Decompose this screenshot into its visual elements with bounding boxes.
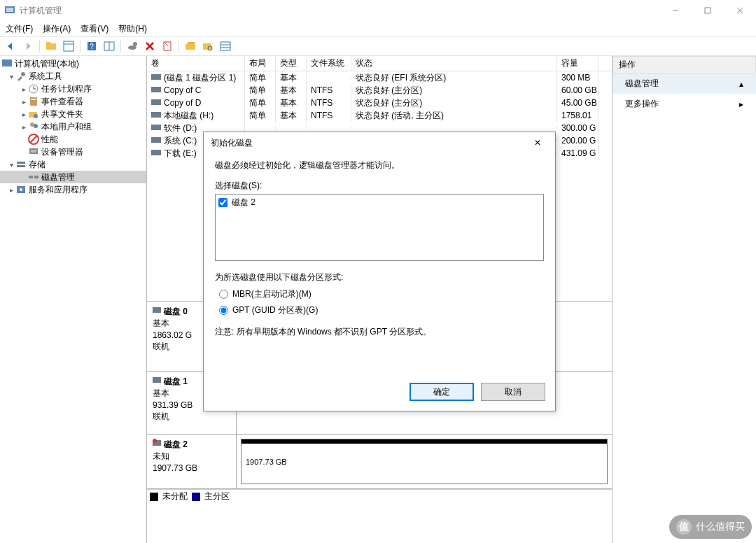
col-status[interactable]: 状态 (351, 56, 557, 71)
computer-icon (1, 58, 13, 69)
event-icon (28, 96, 39, 107)
mbr-radio-row[interactable]: MBR(主启动记录)(M) (219, 288, 544, 301)
initialize-disk-dialog: 初始化磁盘 ✕ 磁盘必须经过初始化，逻辑磁盘管理器才能访问。 选择磁盘(S): … (203, 132, 556, 411)
svg-point-15 (133, 42, 137, 46)
svg-point-45 (20, 188, 22, 191)
tree-devmgr[interactable]: 设备管理器 (41, 146, 83, 158)
actions-more[interactable]: 更多操作 ▸ (612, 94, 756, 114)
services-icon (15, 184, 27, 195)
col-fs[interactable]: 文件系统 (307, 56, 351, 71)
mbr-radio[interactable] (219, 290, 228, 299)
svg-rect-47 (151, 87, 161, 92)
svg-rect-3 (705, 8, 710, 13)
svg-rect-54 (153, 377, 161, 383)
partition-unallocated[interactable]: 1907.73 GB (241, 439, 608, 484)
watermark-badge-icon: 值 (676, 519, 692, 535)
svg-rect-42 (29, 176, 33, 178)
actions-diskmgmt[interactable]: 磁盘管理 ▴ (612, 73, 756, 94)
disk-checkbox[interactable] (218, 198, 227, 207)
tree-storage[interactable]: 存储 (29, 159, 46, 171)
menu-bar: 文件(F) 操作(A) 查看(V) 帮助(H) (0, 21, 756, 36)
perf-icon (28, 134, 39, 145)
svg-rect-30 (30, 97, 37, 106)
dialog-close-button[interactable]: ✕ (527, 138, 548, 148)
dialog-disk-item[interactable]: 磁盘 2 (216, 195, 543, 211)
maximize-button[interactable] (692, 0, 724, 21)
volume-row[interactable]: (磁盘 1 磁盘分区 1)简单基本状态良好 (EFI 系统分区)300 MB (147, 71, 612, 84)
menu-file[interactable]: 文件(F) (6, 23, 33, 35)
title-bar: 计算机管理 (0, 0, 756, 21)
window-title: 计算机管理 (20, 5, 659, 17)
svg-rect-7 (46, 42, 50, 44)
disk-icon (153, 306, 161, 314)
minimize-button[interactable] (659, 0, 692, 21)
svg-point-33 (34, 114, 38, 118)
device-icon (28, 146, 39, 157)
delete-x-icon[interactable] (142, 38, 158, 54)
disk-settings-icon[interactable] (125, 38, 140, 54)
clock-icon (28, 83, 39, 94)
tree-systools[interactable]: 系统工具 (29, 71, 62, 83)
tree-eventvwr[interactable]: 事件查看器 (41, 96, 83, 108)
tools-icon (15, 71, 27, 82)
disk-row[interactable]: 磁盘 2 未知 1907.73 GB 1907.73 GB (147, 435, 612, 489)
disk-header: 磁盘 2 未知 1907.73 GB (147, 435, 237, 488)
svg-rect-50 (151, 125, 161, 130)
shared-folder-icon (28, 108, 39, 120)
col-capacity[interactable]: 容量 (557, 56, 599, 71)
tree-services[interactable]: 服务和应用程序 (29, 184, 88, 196)
svg-rect-48 (151, 99, 161, 105)
close-button[interactable] (724, 0, 756, 21)
svg-rect-39 (31, 150, 36, 153)
svg-rect-6 (46, 43, 56, 50)
tree-perf[interactable]: 性能 (41, 134, 58, 146)
watermark: 值 什么值得买 (669, 515, 752, 539)
col-volume[interactable]: 卷 (147, 56, 245, 71)
volume-row[interactable]: Copy of D简单基本NTFS状态良好 (主分区)45.00 GB (147, 97, 612, 109)
collapse-arrow-icon: ▴ (739, 79, 743, 89)
find-folder-icon[interactable] (200, 38, 216, 54)
volume-row[interactable]: 本地磁盘 (H:)简单基本NTFS状态良好 (活动, 主分区)1758.01 (147, 109, 612, 122)
details-button[interactable] (218, 38, 233, 54)
svg-text:?: ? (90, 43, 94, 50)
diskmgmt-icon (28, 171, 39, 183)
tree-localusers[interactable]: 本地用户和组 (41, 121, 92, 133)
menu-help[interactable]: 帮助(H) (118, 23, 147, 35)
tree-diskmgmt[interactable]: 磁盘管理 (41, 171, 75, 183)
col-layout[interactable]: 布局 (245, 56, 276, 71)
svg-rect-49 (151, 112, 161, 118)
help-button[interactable]: ? (84, 38, 99, 54)
users-icon (28, 121, 39, 132)
tree-tasksched[interactable]: 任务计划程序 (41, 83, 92, 95)
view-button[interactable] (61, 38, 76, 54)
svg-point-56 (153, 439, 157, 443)
back-button[interactable] (3, 38, 18, 54)
gpt-radio[interactable] (219, 306, 228, 315)
dialog-style-label: 为所选磁盘使用以下磁盘分区形式: (215, 271, 544, 284)
legend-unalloc-swatch (150, 493, 158, 501)
volume-list-header: 卷 布局 类型 文件系统 状态 容量 (147, 56, 612, 71)
disk-warning-icon (153, 439, 161, 447)
tree-shared[interactable]: 共享文件夹 (41, 108, 83, 120)
folder-icon[interactable] (43, 38, 59, 54)
forward-button[interactable] (20, 38, 36, 54)
navigation-tree[interactable]: 计算机管理(本地) ▾系统工具 ▸任务计划程序 ▸事件查看器 ▸共享文件夹 ▸本… (0, 56, 147, 543)
col-type[interactable]: 类型 (276, 56, 307, 71)
actions-header: 操作 (612, 56, 756, 73)
ok-button[interactable]: 确定 (410, 383, 474, 401)
list-button[interactable] (102, 38, 117, 54)
cancel-button[interactable]: 取消 (481, 383, 545, 401)
svg-rect-18 (164, 42, 171, 50)
svg-rect-31 (31, 99, 36, 100)
volume-row[interactable]: Copy of C简单基本NTFS状态良好 (主分区)60.00 GB (147, 84, 612, 97)
svg-rect-41 (17, 165, 25, 167)
dialog-disk-list[interactable]: 磁盘 2 (215, 194, 544, 261)
menu-action[interactable]: 操作(A) (43, 23, 71, 35)
menu-view[interactable]: 查看(V) (80, 23, 108, 35)
chevron-right-icon: ▸ (739, 99, 743, 109)
properties-button[interactable] (160, 38, 175, 54)
gpt-radio-row[interactable]: GPT (GUID 分区表)(G) (219, 304, 544, 317)
open-folder-icon[interactable] (183, 38, 198, 54)
tree-root[interactable]: 计算机管理(本地) (15, 58, 79, 70)
legend-unalloc: 未分配 (162, 491, 188, 502)
